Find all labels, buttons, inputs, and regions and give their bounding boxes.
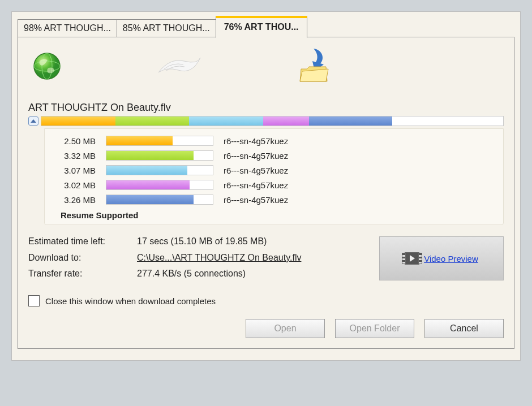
paper-icon — [153, 52, 204, 80]
segment-progress-bar — [106, 195, 213, 205]
segment-row: 3.26 MBr6---sn-4g57kuez — [50, 192, 497, 207]
button-row: Open Open Folder Cancel — [28, 319, 504, 338]
destination-path[interactable]: C:\Use...\ART THOUGHTZ On Beauty.flv — [137, 253, 376, 263]
close-on-complete-row: Close this window when download complete… — [28, 295, 504, 306]
transfer-rate-value: 277.4 KB/s (5 connections) — [137, 269, 376, 279]
segment-row: 3.07 MBr6---sn-4g57kuez — [50, 163, 497, 178]
segment-size: 3.26 MB — [50, 195, 96, 205]
film-icon — [405, 252, 419, 265]
segment-host: r6---sn-4g57kuez — [224, 151, 288, 161]
file-name: ART THOUGHTZ On Beauty.flv — [28, 102, 504, 114]
segment-size: 2.50 MB — [50, 136, 96, 146]
cancel-button[interactable]: Cancel — [424, 319, 504, 338]
segment-row: 3.02 MBr6---sn-4g57kuez — [50, 178, 497, 192]
icon-strip — [28, 46, 504, 98]
segment-host: r6---sn-4g57kuez — [224, 166, 288, 175]
close-on-complete-label: Close this window when download complete… — [45, 296, 216, 306]
video-preview-box[interactable]: Video Preview — [379, 236, 504, 280]
tab-1[interactable]: 98% ART THOUGH... — [18, 19, 117, 37]
eta-value: 17 secs (15.10 MB of 19.85 MB) — [137, 236, 376, 247]
segment-progress-bar — [106, 165, 213, 175]
segment-progress-bar — [106, 150, 213, 161]
segment-host: r6---sn-4g57kuez — [224, 195, 288, 205]
eta-label: Estimated time left: — [28, 236, 134, 247]
globe-icon — [32, 51, 62, 81]
close-on-complete-checkbox[interactable] — [28, 295, 40, 306]
tab-panel: ART THOUGHTZ On Beauty.flv 2.50 MBr6---s… — [18, 37, 514, 349]
overall-segment — [41, 116, 115, 126]
segment-host: r6---sn-4g57kuez — [224, 180, 288, 190]
overall-progress-bar — [41, 116, 504, 126]
video-preview-link[interactable]: Video Preview — [424, 254, 478, 264]
segment-row: 3.32 MBr6---sn-4g57kuez — [50, 148, 497, 163]
open-folder-button[interactable]: Open Folder — [335, 319, 414, 338]
segment-size: 3.32 MB — [50, 151, 96, 161]
segment-progress-bar — [106, 136, 213, 146]
tabs-bar: 98% ART THOUGH... 85% ART THOUGH... 76% … — [18, 16, 514, 37]
open-button[interactable]: Open — [246, 319, 325, 338]
tab-2[interactable]: 85% ART THOUGH... — [117, 19, 216, 37]
segment-host: r6---sn-4g57kuez — [224, 136, 288, 146]
segment-size: 3.02 MB — [50, 180, 96, 190]
svg-point-0 — [34, 53, 60, 79]
transfer-rate-label: Transfer rate: — [28, 269, 134, 279]
overall-segment — [309, 116, 392, 126]
download-dialog: 98% ART THOUGH... 85% ART THOUGH... 76% … — [11, 11, 521, 361]
destination-label: Download to: — [28, 253, 134, 263]
collapse-segments-button[interactable] — [28, 116, 38, 126]
info-grid: Estimated time left: 17 secs (15.10 MB o… — [28, 236, 504, 280]
overall-progress-row — [28, 116, 504, 126]
overall-segment — [263, 116, 310, 126]
tab-3[interactable]: 76% ART THOU... — [216, 16, 307, 38]
resume-status: Resume Supported — [50, 207, 497, 221]
segment-progress-bar — [106, 180, 213, 190]
overall-segment — [189, 116, 263, 126]
overall-segment — [115, 116, 190, 126]
segment-size: 3.07 MB — [50, 166, 96, 175]
segment-row: 2.50 MBr6---sn-4g57kuez — [50, 133, 497, 148]
folder-arrow-icon — [294, 46, 334, 86]
segments-panel: 2.50 MBr6---sn-4g57kuez3.32 MBr6---sn-4g… — [44, 128, 504, 225]
